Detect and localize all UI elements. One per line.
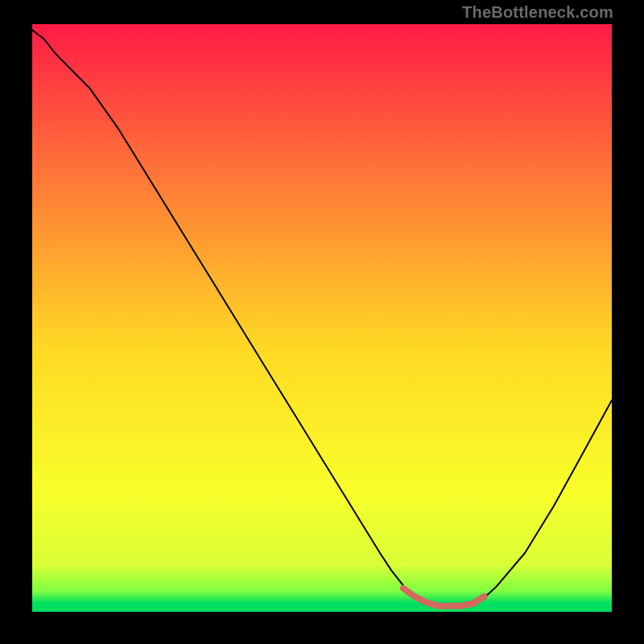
plot-area xyxy=(32,24,612,612)
gradient-background xyxy=(32,24,612,612)
chart-frame: TheBottleneck.com xyxy=(0,0,644,644)
chart-svg xyxy=(32,24,612,612)
watermark-text: TheBottleneck.com xyxy=(462,3,613,22)
